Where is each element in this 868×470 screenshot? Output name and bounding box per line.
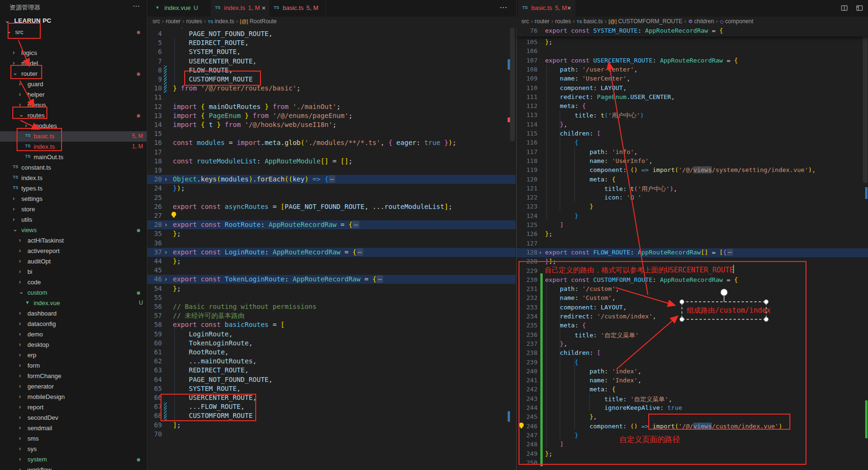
code-line-231[interactable]: 231 path: '/custom', — [517, 285, 868, 294]
code-line-44[interactable]: 44}; — [147, 257, 516, 266]
code-line-115[interactable]: 115 children: [ — [517, 129, 868, 138]
code-line-238[interactable]: 238 children: [ — [517, 349, 868, 358]
tree-item-dashboard[interactable]: ›dashboard — [0, 308, 147, 319]
scrollbar[interactable] — [510, 27, 515, 141]
code-line-13[interactable]: 13import { PageEnum } from '/@/enums/pag… — [147, 111, 516, 120]
code-line-128[interactable]: 128›export const FLOW_ROUTE: AppRouteRec… — [517, 248, 868, 257]
code-line-127[interactable]: 127 — [517, 239, 868, 248]
code-line-122[interactable]: 122 icon: 'Ω ' — [517, 193, 868, 202]
code-line-7[interactable]: 7 USERCENTER_ROUTE, — [147, 57, 516, 66]
code-line-246[interactable]: 246 component: () => import('/@/views/cu… — [517, 422, 868, 431]
code-line-124[interactable]: 124 } — [517, 212, 868, 221]
code-line-108[interactable]: 108 path: '/user-center', — [517, 65, 868, 74]
tree-item-system[interactable]: ›system — [0, 454, 147, 465]
code-line-244[interactable]: 244 ignoreKeepAlive: true — [517, 404, 868, 413]
tree-item-utils[interactable]: ›utils — [0, 215, 147, 225]
code-line-117[interactable]: 117 path: 'info', — [517, 148, 868, 157]
code-line-69[interactable]: 69]; — [147, 421, 516, 430]
code-line-250[interactable]: 250 — [517, 459, 868, 468]
breadcrumb-item-children[interactable]: ⚙children — [688, 18, 714, 25]
breadcrumb-item-component[interactable]: ◇component — [720, 18, 753, 25]
code-line-118[interactable]: 118 name: 'UserInfo', — [517, 157, 868, 166]
tree-item-code[interactable]: ›code — [0, 277, 147, 288]
tree-item-bi[interactable]: ›bi — [0, 267, 147, 277]
tree-item-actHiTaskinst[interactable]: ›actHiTaskinst — [0, 235, 147, 246]
code-line-12[interactable]: 12import { mainOutRoutes } from './mainO… — [147, 102, 516, 111]
code-line-126[interactable]: 126}; — [517, 230, 868, 239]
breadcrumb-item-router[interactable]: router — [535, 18, 549, 25]
code-line-58[interactable]: 58export const basicRoutes = [ — [147, 320, 516, 329]
tree-item-secondDev[interactable]: ›secondDev — [0, 413, 147, 423]
code-line-243[interactable]: 243 title: '自定义菜单', — [517, 395, 868, 404]
code-line-232[interactable]: 232 name: 'Custom', — [517, 294, 868, 303]
code-line-121[interactable]: 121 title: t('用户中心'), — [517, 184, 868, 193]
right-editor[interactable]: 104 }105};106107export const USERCENTER_… — [516, 17, 868, 470]
tree-item-activereport[interactable]: ›activereport — [0, 246, 147, 256]
tree-item-guard[interactable]: ›guard — [0, 79, 147, 90]
code-line-240[interactable]: 240 path: 'index', — [517, 367, 868, 376]
code-line-236[interactable]: 236 title: '自定义菜单' — [517, 331, 868, 340]
tree-item-logics[interactable]: ›logics — [0, 48, 147, 58]
code-line-15[interactable]: 15 — [147, 129, 516, 138]
tree-item-erp[interactable]: ›erp — [0, 350, 147, 361]
code-line-64[interactable]: 64 PAGE_NOT_FOUND_ROUTE, — [147, 375, 516, 384]
breadcrumb-item-basic.ts[interactable]: TSbasic.ts — [577, 18, 603, 25]
code-line-249[interactable]: 249}; — [517, 450, 868, 459]
code-line-10[interactable]: 10} from '/@/router/routes/basic'; — [147, 84, 516, 93]
breadcrumb-item-routes[interactable]: routes — [186, 18, 202, 25]
code-line-120[interactable]: 120 meta: { — [517, 175, 868, 184]
tree-item-router[interactable]: ⌄router — [0, 69, 147, 79]
code-line-239[interactable]: 239 { — [517, 358, 868, 367]
tab-index.vue[interactable]: ▼index.vueU — [151, 0, 211, 17]
fold-chevron-icon[interactable]: › — [538, 249, 542, 256]
code-line-6[interactable]: 6 SYSTEM_ROUTE, — [147, 47, 516, 56]
code-line-114[interactable]: 114 }, — [517, 120, 868, 129]
tree-item-mainOut.ts[interactable]: TSmainOut.ts — [0, 152, 147, 163]
tree-item-formChange[interactable]: ›formChange — [0, 371, 147, 381]
tree-item-settings[interactable]: ›settings — [0, 194, 147, 204]
tree-item-generator[interactable]: ›generator — [0, 381, 147, 392]
code-line-65[interactable]: 65 SYSTEM_ROUTE, — [147, 384, 516, 393]
code-line-63[interactable]: 63 REDIRECT_ROUTE, — [147, 366, 516, 375]
code-line-19[interactable]: 19 — [147, 166, 516, 175]
tree-item-src[interactable]: ⌄src — [0, 27, 147, 37]
code-line-55[interactable]: 55 — [147, 293, 516, 302]
lightbulb-icon[interactable] — [170, 211, 177, 220]
scrollbar[interactable] — [863, 27, 868, 183]
tree-item-store[interactable]: ›store — [0, 204, 147, 215]
tree-item-desktop[interactable]: ›desktop — [0, 340, 147, 350]
tree-item-modules[interactable]: ›modules — [0, 121, 147, 131]
code-line-68[interactable]: 68 CUSTOMFORM_ROUTE — [147, 411, 516, 420]
code-line-106[interactable]: 106 — [517, 47, 868, 56]
code-line-62[interactable]: 62 ...mainOutRoutes, — [147, 357, 516, 366]
code-line-9[interactable]: 9 CUSTOMFORM_ROUTE — [147, 75, 516, 84]
tree-item-index.vue[interactable]: ▼index.vueU — [0, 298, 147, 308]
fold-chevron-icon[interactable]: › — [164, 275, 168, 283]
tree-item-helper[interactable]: ›helper — [0, 90, 147, 100]
code-line-110[interactable]: 110 component: LAYOUT, — [517, 84, 868, 93]
tree-item-model[interactable]: ›model — [0, 58, 147, 69]
code-line-59[interactable]: 59 LoginRoute, — [147, 330, 516, 339]
breadcrumb-item-router[interactable]: router — [166, 18, 180, 25]
code-line-247[interactable]: 247 } — [517, 431, 868, 440]
code-line-123[interactable]: 123 } — [517, 202, 868, 211]
code-line-242[interactable]: 242 meta: { — [517, 385, 868, 394]
tree-item-sendmail[interactable]: ›sendmail — [0, 423, 147, 434]
tree-item-routes[interactable]: ⌄routes — [0, 110, 147, 121]
fold-chevron-icon[interactable]: › — [164, 248, 168, 256]
code-line-241[interactable]: 241 name: 'Index', — [517, 376, 868, 385]
breadcrumb-item-src[interactable]: src — [521, 18, 529, 25]
tree-item-constant.ts[interactable]: TSconstant.ts — [0, 163, 147, 173]
code-line-18[interactable]: 18const routeModuleList: AppRouteModule[… — [147, 157, 516, 166]
tree-item-custom[interactable]: ⌄custom — [0, 288, 147, 298]
code-line-28[interactable]: 28›export const RootRoute: AppRouteRecor… — [147, 220, 516, 229]
tree-item-dataconfig[interactable]: ›dataconfig — [0, 319, 147, 329]
tree-item-index.ts[interactable]: TSindex.ts1, M — [0, 142, 147, 152]
code-line-37[interactable]: 37›export const LoginRoute: AppRouteReco… — [147, 248, 516, 257]
code-line-4[interactable]: 4 PAGE_NOT_FOUND_ROUTE, — [147, 29, 516, 38]
tree-item-report[interactable]: ›report — [0, 402, 147, 413]
tree-item-hidden[interactable] — [0, 37, 147, 48]
code-line-125[interactable]: 125 ] — [517, 221, 868, 230]
code-line-20[interactable]: 20›Object.keys(modules).forEach((key) =>… — [147, 175, 516, 184]
tree-item-types.ts[interactable]: TStypes.ts — [0, 183, 147, 194]
